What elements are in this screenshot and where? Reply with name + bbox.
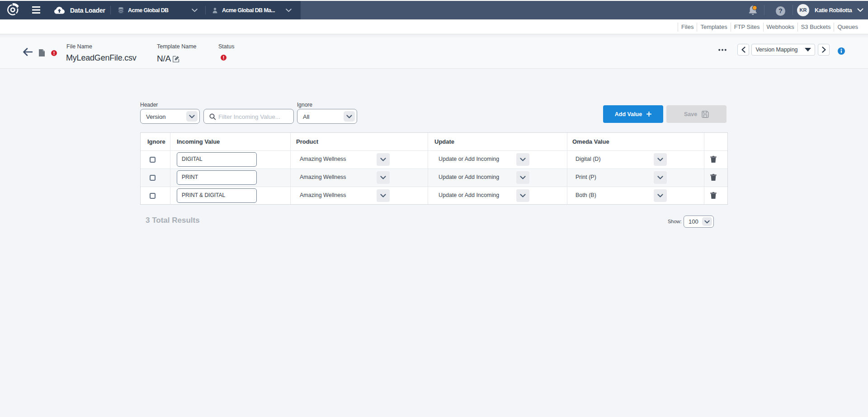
svg-text:?: ? <box>778 7 783 14</box>
